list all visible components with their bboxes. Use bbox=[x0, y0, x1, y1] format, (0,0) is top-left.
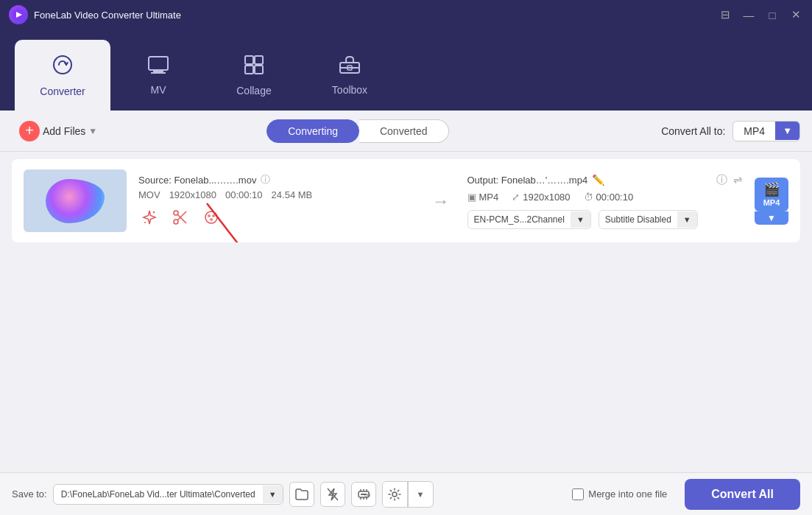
svg-rect-6 bbox=[245, 56, 253, 64]
output-label: Output: Fonelab…'…….mp4 bbox=[467, 175, 588, 186]
convert-all-to-label: Convert All to: bbox=[661, 125, 725, 137]
svg-point-14 bbox=[144, 222, 146, 223]
svg-rect-8 bbox=[245, 66, 253, 74]
svg-point-36 bbox=[392, 492, 397, 497]
add-files-button[interactable]: + Add Files ▼ bbox=[12, 116, 105, 146]
art-blob bbox=[46, 179, 105, 223]
subtitle-select-value: Subtitle Disabled bbox=[599, 211, 677, 228]
file-format: MOV bbox=[138, 189, 160, 200]
converter-icon bbox=[52, 54, 74, 81]
svg-point-21 bbox=[212, 214, 215, 217]
nav-collage-label: Collage bbox=[236, 85, 271, 97]
convert-all-button[interactable]: Convert All bbox=[685, 479, 800, 510]
audio-select[interactable]: EN-PCM_S...2Channel ▼ bbox=[467, 210, 591, 229]
nav-collage[interactable]: Collage bbox=[206, 40, 302, 111]
output-format-item: ▣ MP4 bbox=[467, 192, 499, 203]
add-files-dropdown-icon[interactable]: ▼ bbox=[88, 126, 97, 136]
svg-point-15 bbox=[174, 220, 178, 224]
flash-off-button[interactable] bbox=[320, 482, 345, 507]
output-swap-btn[interactable]: ⇌ bbox=[733, 173, 743, 187]
format-value: MP4 bbox=[733, 122, 775, 141]
svg-point-13 bbox=[153, 211, 155, 213]
nav-toolbox[interactable]: Toolbox bbox=[302, 40, 398, 111]
add-files-label: Add Files bbox=[43, 125, 85, 137]
save-to-label: Save to: bbox=[12, 488, 47, 500]
titlebar-left: FoneLab Video Converter Ultimate bbox=[9, 5, 181, 24]
nav-converter[interactable]: Converter bbox=[15, 40, 110, 111]
file-thumbnail bbox=[24, 169, 127, 232]
mp4-badge[interactable]: 🎬 MP4 bbox=[755, 178, 788, 211]
toolbox-icon bbox=[339, 55, 361, 80]
svg-point-22 bbox=[210, 218, 213, 221]
output-info-icons: ⓘ ⇌ bbox=[716, 173, 743, 187]
cut-button[interactable] bbox=[169, 206, 191, 228]
mp4-badge-container: 🎬 MP4 ▼ bbox=[755, 178, 788, 225]
svg-rect-3 bbox=[149, 57, 168, 70]
settings-group: ▼ bbox=[382, 481, 434, 508]
open-folder-button[interactable] bbox=[289, 482, 314, 507]
svg-point-19 bbox=[205, 211, 217, 223]
output-duration-icon: ⏱ bbox=[584, 192, 593, 203]
merge-label: Merge into one file bbox=[588, 488, 667, 500]
toolbar-right: Convert All to: MP4 ▼ bbox=[661, 121, 800, 141]
info-icon[interactable]: ⓘ bbox=[261, 173, 270, 186]
output-format-icon: ▣ bbox=[467, 192, 476, 203]
app-logo bbox=[9, 5, 28, 24]
file-size: 24.54 MB bbox=[272, 189, 313, 200]
file-item-row: Source: Fonelab...…….mov ⓘ MOV 1920x1080… bbox=[12, 159, 800, 242]
nav-mv[interactable]: MV bbox=[110, 40, 206, 111]
main-content: Source: Fonelab...…….mov ⓘ MOV 1920x1080… bbox=[0, 152, 812, 472]
tab-converted[interactable]: Converted bbox=[359, 119, 449, 143]
settings-chevron-down-icon: ▼ bbox=[417, 490, 425, 499]
badge-expand-arrow[interactable]: ▼ bbox=[755, 211, 788, 225]
audio-select-arrow[interactable]: ▼ bbox=[571, 211, 590, 228]
save-path-value: D:\FoneLab\FoneLab Vid...ter Ultimate\Co… bbox=[54, 485, 263, 504]
maximize-btn[interactable]: □ bbox=[765, 7, 780, 22]
source-label: Source: Fonelab...…….mov bbox=[138, 175, 256, 186]
edit-icon[interactable]: ✏️ bbox=[592, 174, 604, 186]
subtitle-select[interactable]: Subtitle Disabled ▼ bbox=[599, 210, 698, 229]
format-selector[interactable]: MP4 ▼ bbox=[732, 121, 800, 141]
caption-btn[interactable]: ⊟ bbox=[718, 7, 732, 22]
statusbar: Save to: D:\FoneLab\FoneLab Vid...ter Ul… bbox=[0, 472, 812, 515]
format-dropdown-icon[interactable]: ▼ bbox=[775, 122, 799, 140]
settings-dropdown-arrow[interactable]: ▼ bbox=[408, 482, 433, 507]
color-button[interactable] bbox=[200, 206, 222, 228]
output-duration-item: ⏱ 00:00:10 bbox=[584, 192, 634, 203]
mp4-badge-icon: 🎬 bbox=[763, 181, 780, 197]
output-info-btn[interactable]: ⓘ bbox=[716, 173, 727, 187]
app-title: FoneLab Video Converter Ultimate bbox=[34, 10, 181, 21]
window-controls[interactable]: ⊟ — □ ✕ bbox=[718, 7, 803, 22]
output-duration-val: 00:00:10 bbox=[596, 192, 634, 203]
output-selects: EN-PCM_S...2Channel ▼ Subtitle Disabled … bbox=[467, 210, 744, 229]
file-duration: 00:00:10 bbox=[225, 189, 263, 200]
output-resolution-item: ⤢ 1920x1080 bbox=[512, 192, 570, 203]
svg-rect-7 bbox=[255, 56, 263, 64]
audio-select-value: EN-PCM_S...2Channel bbox=[468, 211, 571, 228]
file-resolution: 1920x1080 bbox=[169, 189, 216, 200]
navbar: Converter MV Collage bbox=[0, 29, 812, 111]
svg-point-2 bbox=[54, 56, 71, 74]
save-path-arrow[interactable]: ▼ bbox=[263, 486, 283, 503]
minimize-btn[interactable]: — bbox=[741, 7, 756, 22]
convert-arrow-icon: → bbox=[426, 191, 456, 211]
effects-button[interactable] bbox=[138, 206, 160, 228]
output-resolution-val: 1920x1080 bbox=[523, 192, 570, 203]
collage-icon bbox=[244, 55, 264, 80]
save-path-select[interactable]: D:\FoneLab\FoneLab Vid...ter Ultimate\Co… bbox=[53, 484, 283, 505]
merge-checkbox[interactable] bbox=[572, 488, 584, 500]
output-meta: ▣ MP4 ⤢ 1920x1080 ⏱ 00:00:10 bbox=[467, 192, 744, 203]
settings-button[interactable] bbox=[383, 482, 408, 507]
svg-text:OFF: OFF bbox=[364, 492, 370, 497]
file-info-left: Source: Fonelab...…….mov ⓘ MOV 1920x1080… bbox=[138, 173, 414, 228]
close-btn[interactable]: ✕ bbox=[788, 7, 803, 22]
subtitle-select-arrow[interactable]: ▼ bbox=[677, 211, 697, 228]
thumbnail-art bbox=[24, 169, 127, 232]
tab-converting[interactable]: Converting bbox=[266, 119, 359, 143]
hardware-accel-button[interactable]: OFF bbox=[351, 482, 376, 507]
add-icon: + bbox=[19, 121, 40, 141]
file-actions bbox=[138, 206, 414, 228]
mp4-badge-label: MP4 bbox=[763, 198, 780, 207]
toolbar-tabs: Converting Converted bbox=[266, 119, 448, 143]
merge-checkbox-label[interactable]: Merge into one file bbox=[572, 488, 667, 500]
